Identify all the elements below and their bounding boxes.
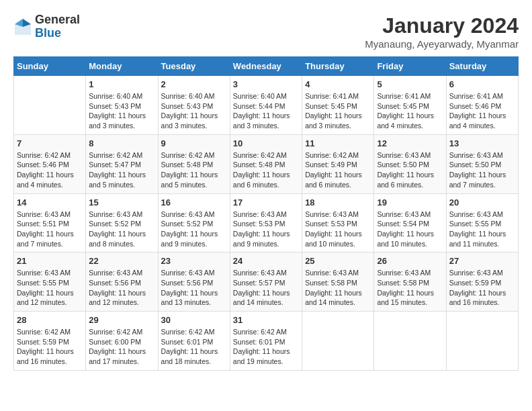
calendar-cell: 13Sunrise: 6:43 AMSunset: 5:50 PMDayligh… (446, 134, 518, 193)
calendar-cell: 22Sunrise: 6:43 AMSunset: 5:56 PMDayligh… (86, 253, 158, 312)
cell-detail: Sunrise: 6:40 AMSunset: 5:43 PMDaylight:… (161, 92, 218, 130)
calendar-cell: 20Sunrise: 6:43 AMSunset: 5:55 PMDayligh… (446, 193, 518, 253)
calendar-cell: 7Sunrise: 6:42 AMSunset: 5:46 PMDaylight… (14, 134, 86, 193)
calendar-cell (302, 312, 374, 371)
day-number: 24 (233, 256, 299, 266)
day-number: 11 (305, 138, 371, 148)
calendar-cell: 25Sunrise: 6:43 AMSunset: 5:58 PMDayligh… (302, 253, 374, 312)
day-number: 14 (17, 197, 83, 208)
location-text: Myanaung, Ayeyarwady, Myanmar (365, 38, 519, 50)
calendar-cell: 31Sunrise: 6:42 AMSunset: 6:01 PMDayligh… (230, 312, 302, 371)
cell-detail: Sunrise: 6:43 AMSunset: 5:52 PMDaylight:… (161, 210, 218, 248)
calendar-cell: 6Sunrise: 6:41 AMSunset: 5:46 PMDaylight… (446, 76, 518, 135)
day-number: 25 (305, 256, 371, 266)
day-number: 9 (161, 138, 227, 148)
day-number: 13 (449, 138, 515, 148)
calendar-cell: 17Sunrise: 6:43 AMSunset: 5:53 PMDayligh… (230, 193, 302, 253)
day-number: 28 (17, 315, 83, 325)
day-number: 31 (233, 315, 299, 325)
calendar-cell: 28Sunrise: 6:42 AMSunset: 5:59 PMDayligh… (14, 312, 86, 371)
calendar-week-row: 28Sunrise: 6:42 AMSunset: 5:59 PMDayligh… (14, 312, 519, 371)
day-of-week-header: Friday (374, 57, 446, 76)
cell-detail: Sunrise: 6:42 AMSunset: 5:48 PMDaylight:… (161, 151, 218, 189)
day-of-week-header: Tuesday (158, 57, 230, 76)
cell-detail: Sunrise: 6:43 AMSunset: 5:53 PMDaylight:… (305, 210, 362, 248)
logo: General Blue (13, 13, 80, 40)
day-number: 1 (89, 79, 154, 89)
cell-detail: Sunrise: 6:41 AMSunset: 5:45 PMDaylight:… (377, 92, 434, 130)
calendar-cell: 24Sunrise: 6:43 AMSunset: 5:57 PMDayligh… (230, 253, 302, 312)
day-number: 16 (161, 197, 227, 208)
cell-detail: Sunrise: 6:42 AMSunset: 6:00 PMDaylight:… (89, 328, 146, 365)
day-number: 22 (89, 256, 154, 266)
day-number: 2 (161, 79, 227, 89)
cell-detail: Sunrise: 6:43 AMSunset: 5:57 PMDaylight:… (233, 269, 290, 306)
calendar-week-row: 7Sunrise: 6:42 AMSunset: 5:46 PMDaylight… (14, 134, 519, 193)
cell-detail: Sunrise: 6:42 AMSunset: 5:46 PMDaylight:… (17, 151, 74, 189)
calendar-cell: 8Sunrise: 6:42 AMSunset: 5:47 PMDaylight… (86, 134, 158, 193)
cell-detail: Sunrise: 6:42 AMSunset: 6:01 PMDaylight:… (161, 328, 218, 365)
calendar-cell: 2Sunrise: 6:40 AMSunset: 5:43 PMDaylight… (158, 76, 230, 135)
calendar-cell: 21Sunrise: 6:43 AMSunset: 5:55 PMDayligh… (14, 253, 86, 312)
cell-detail: Sunrise: 6:43 AMSunset: 5:55 PMDaylight:… (449, 210, 506, 248)
cell-detail: Sunrise: 6:40 AMSunset: 5:44 PMDaylight:… (233, 92, 290, 130)
calendar-cell: 10Sunrise: 6:42 AMSunset: 5:48 PMDayligh… (230, 134, 302, 193)
cell-detail: Sunrise: 6:43 AMSunset: 5:56 PMDaylight:… (89, 269, 146, 306)
cell-detail: Sunrise: 6:42 AMSunset: 5:47 PMDaylight:… (89, 151, 146, 189)
calendar-cell: 18Sunrise: 6:43 AMSunset: 5:53 PMDayligh… (302, 193, 374, 253)
day-number: 30 (161, 315, 227, 325)
calendar-cell: 16Sunrise: 6:43 AMSunset: 5:52 PMDayligh… (158, 193, 230, 253)
day-number: 10 (233, 138, 299, 148)
cell-detail: Sunrise: 6:43 AMSunset: 5:59 PMDaylight:… (449, 269, 506, 306)
calendar-header-row: SundayMondayTuesdayWednesdayThursdayFrid… (14, 57, 519, 76)
cell-detail: Sunrise: 6:41 AMSunset: 5:45 PMDaylight:… (305, 92, 362, 130)
cell-detail: Sunrise: 6:43 AMSunset: 5:52 PMDaylight:… (89, 210, 146, 248)
cell-detail: Sunrise: 6:43 AMSunset: 5:54 PMDaylight:… (377, 210, 434, 248)
day-number: 27 (449, 256, 515, 266)
day-number: 4 (305, 79, 371, 89)
calendar-week-row: 1Sunrise: 6:40 AMSunset: 5:43 PMDaylight… (14, 76, 519, 135)
cell-detail: Sunrise: 6:43 AMSunset: 5:55 PMDaylight:… (17, 269, 74, 306)
day-number: 21 (17, 256, 83, 266)
calendar-cell: 4Sunrise: 6:41 AMSunset: 5:45 PMDaylight… (302, 76, 374, 135)
cell-detail: Sunrise: 6:43 AMSunset: 5:58 PMDaylight:… (377, 269, 434, 306)
day-number: 18 (305, 197, 371, 208)
day-number: 12 (377, 138, 443, 148)
cell-detail: Sunrise: 6:42 AMSunset: 5:49 PMDaylight:… (305, 151, 362, 189)
day-number: 26 (377, 256, 443, 266)
calendar-cell: 26Sunrise: 6:43 AMSunset: 5:58 PMDayligh… (374, 253, 446, 312)
calendar-week-row: 14Sunrise: 6:43 AMSunset: 5:51 PMDayligh… (14, 193, 519, 253)
cell-detail: Sunrise: 6:42 AMSunset: 6:01 PMDaylight:… (233, 328, 290, 365)
day-number: 3 (233, 79, 299, 89)
cell-detail: Sunrise: 6:43 AMSunset: 5:53 PMDaylight:… (233, 210, 290, 248)
day-of-week-header: Wednesday (230, 57, 302, 76)
day-of-week-header: Sunday (14, 57, 86, 76)
calendar-cell: 11Sunrise: 6:42 AMSunset: 5:49 PMDayligh… (302, 134, 374, 193)
calendar-cell (446, 312, 518, 371)
calendar-cell: 15Sunrise: 6:43 AMSunset: 5:52 PMDayligh… (86, 193, 158, 253)
cell-detail: Sunrise: 6:43 AMSunset: 5:58 PMDaylight:… (305, 269, 362, 306)
day-number: 5 (377, 79, 443, 89)
logo-icon (13, 17, 32, 36)
day-of-week-header: Saturday (446, 57, 518, 76)
day-number: 19 (377, 197, 443, 208)
day-number: 6 (449, 79, 515, 89)
calendar-cell: 1Sunrise: 6:40 AMSunset: 5:43 PMDaylight… (86, 76, 158, 135)
day-number: 29 (89, 315, 154, 325)
cell-detail: Sunrise: 6:42 AMSunset: 5:59 PMDaylight:… (17, 328, 74, 365)
day-number: 17 (233, 197, 299, 208)
cell-detail: Sunrise: 6:43 AMSunset: 5:51 PMDaylight:… (17, 210, 74, 248)
day-number: 7 (17, 138, 83, 148)
cell-detail: Sunrise: 6:42 AMSunset: 5:48 PMDaylight:… (233, 151, 290, 189)
title-block: January 2024 Myanaung, Ayeyarwady, Myanm… (365, 13, 519, 50)
cell-detail: Sunrise: 6:41 AMSunset: 5:46 PMDaylight:… (449, 92, 506, 130)
calendar-cell: 30Sunrise: 6:42 AMSunset: 6:01 PMDayligh… (158, 312, 230, 371)
day-number: 8 (89, 138, 154, 148)
logo-text: General Blue (35, 13, 80, 40)
calendar-week-row: 21Sunrise: 6:43 AMSunset: 5:55 PMDayligh… (14, 253, 519, 312)
calendar-cell: 3Sunrise: 6:40 AMSunset: 5:44 PMDaylight… (230, 76, 302, 135)
cell-detail: Sunrise: 6:43 AMSunset: 5:50 PMDaylight:… (449, 151, 506, 189)
calendar-table: SundayMondayTuesdayWednesdayThursdayFrid… (13, 56, 519, 371)
day-number: 15 (89, 197, 154, 208)
day-number: 20 (449, 197, 515, 208)
